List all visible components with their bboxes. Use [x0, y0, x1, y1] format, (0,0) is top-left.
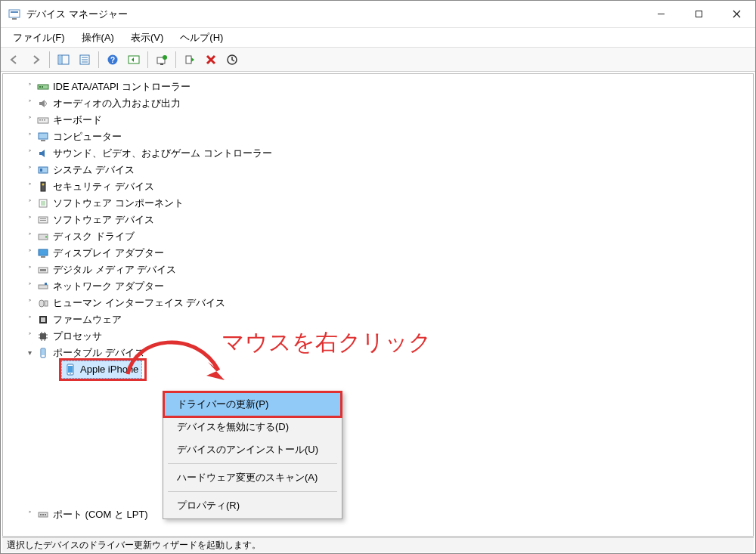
show-hide-console-tree-button[interactable]: [54, 51, 73, 69]
chevron-icon[interactable]: ˃: [24, 295, 35, 311]
context-menu-item[interactable]: ドライバーの更新(P): [165, 393, 340, 416]
tree-item-label: ファームウェア: [53, 311, 122, 328]
chevron-icon[interactable]: ˃: [24, 162, 35, 178]
svg-rect-43: [41, 256, 45, 258]
menu-help[interactable]: ヘルプ(H): [174, 29, 229, 46]
tree-item[interactable]: ˃ネットワーク アダプター: [24, 278, 753, 295]
chevron-icon[interactable]: ˃: [24, 506, 35, 523]
svg-rect-28: [44, 119, 45, 121]
chevron-icon[interactable]: ˃: [24, 245, 35, 262]
tree-item[interactable]: ˃ヒューマン インターフェイス デバイス: [24, 295, 753, 311]
tree-item[interactable]: ˃サウンド、ビデオ、およびゲーム コントローラー: [24, 145, 753, 162]
keyboard-icon: [36, 114, 50, 126]
tree-item[interactable]: ˃セキュリティ デバイス: [24, 178, 753, 195]
svg-rect-20: [186, 56, 191, 63]
menu-file[interactable]: ファイル(F): [7, 29, 71, 46]
tree-item[interactable]: ˃ポート (COM と LPT): [24, 506, 753, 523]
svg-rect-24: [42, 86, 43, 88]
chevron-icon[interactable]: ˃: [24, 262, 35, 278]
tree-item-label: システム デバイス: [53, 162, 135, 178]
tree-item-label: ソフトウェア コンポーネント: [53, 195, 184, 212]
svg-rect-23: [39, 86, 41, 88]
context-menu-item[interactable]: デバイスを無効にする(D): [165, 416, 340, 438]
tree-item[interactable]: ˃ソフトウェア デバイス: [24, 212, 753, 228]
chevron-icon[interactable]: ˃: [24, 95, 35, 112]
chevron-icon[interactable]: ˃: [24, 278, 35, 295]
forward-button[interactable]: [26, 51, 45, 69]
device-tree[interactable]: ˃IDE ATA/ATAPI コントローラー˃オーディオの入力および出力˃キーボ…: [3, 74, 753, 536]
context-menu-item[interactable]: ハードウェア変更のスキャン(A): [165, 466, 340, 489]
tree-item-label: セキュリティ デバイス: [53, 178, 154, 195]
svg-point-65: [70, 373, 71, 375]
tree-item[interactable]: Apple iPhone: [47, 361, 753, 378]
tree-item-label: デジタル メディア デバイス: [53, 262, 176, 278]
tree-item[interactable]: ˃デジタル メディア デバイス: [24, 262, 753, 278]
properties-toolbar-button[interactable]: [76, 51, 94, 69]
menu-action[interactable]: 操作(A): [76, 29, 120, 46]
chevron-icon[interactable]: ˃: [24, 145, 35, 162]
chevron-icon[interactable]: ˃: [24, 128, 35, 145]
tree-item[interactable]: ˃IDE ATA/ATAPI コントローラー: [24, 79, 753, 95]
scan-hardware-toolbar-button[interactable]: [223, 51, 241, 69]
software-device-icon: [36, 214, 50, 226]
svg-point-67: [40, 514, 42, 515]
tree-item[interactable]: ˃ファームウェア: [24, 311, 753, 328]
svg-rect-31: [39, 167, 48, 173]
minimize-button[interactable]: [642, 1, 680, 27]
chevron-icon[interactable]: ˃: [24, 178, 35, 195]
tree-item-label: ヒューマン インターフェイス デバイス: [53, 295, 225, 311]
tree-item-label: ディスプレイ アダプター: [53, 245, 164, 262]
tree-item[interactable]: ˃システム デバイス: [24, 162, 753, 178]
enable-device-toolbar-button[interactable]: [181, 51, 199, 69]
svg-rect-1: [11, 11, 18, 13]
chevron-icon[interactable]: ˃: [24, 212, 35, 228]
uninstall-device-toolbar-button[interactable]: [202, 51, 220, 69]
window-controls: [642, 1, 755, 27]
context-menu-item[interactable]: プロパティ(R): [165, 494, 340, 517]
svg-rect-46: [39, 285, 48, 289]
chevron-icon[interactable]: ˃: [24, 195, 35, 212]
chevron-icon[interactable]: ˃: [24, 328, 35, 345]
chevron-icon[interactable]: ˃: [24, 228, 35, 245]
svg-rect-38: [40, 218, 46, 219]
back-button[interactable]: [5, 51, 23, 69]
toolbar-separator: [49, 51, 50, 68]
help-toolbar-button[interactable]: ?: [104, 51, 122, 69]
svg-point-34: [42, 184, 45, 186]
sound-icon: [36, 147, 50, 159]
svg-point-68: [42, 514, 44, 515]
phone-icon: [64, 364, 77, 376]
processor-icon: [36, 330, 50, 342]
action-toolbar-button[interactable]: [125, 51, 143, 69]
menu-view[interactable]: 表示(V): [125, 29, 169, 46]
software-component-icon: [36, 197, 50, 209]
svg-rect-62: [42, 349, 45, 355]
tree-item[interactable]: ˃コンピューター: [24, 128, 753, 145]
toolbar-separator: [98, 51, 99, 68]
tree-item[interactable]: ˃ソフトウェア コンポーネント: [24, 195, 753, 212]
update-driver-toolbar-button[interactable]: [153, 51, 171, 69]
context-menu-item[interactable]: デバイスのアンインストール(U): [165, 438, 340, 461]
svg-rect-47: [45, 283, 47, 285]
chevron-icon[interactable]: ˃: [24, 79, 35, 95]
context-menu-separator: [168, 463, 337, 464]
maximize-button[interactable]: [680, 1, 717, 27]
chevron-icon[interactable]: ˃: [24, 112, 35, 128]
tree-item[interactable]: ˃ディスク ドライブ: [24, 228, 753, 245]
chevron-icon[interactable]: ▾: [24, 345, 35, 361]
svg-rect-26: [39, 119, 41, 121]
svg-rect-64: [68, 366, 73, 373]
svg-rect-27: [42, 119, 43, 121]
svg-rect-49: [45, 301, 48, 306]
annotation-text: マウスを右クリック: [222, 327, 432, 358]
tree-item[interactable]: ˃キーボード: [24, 112, 753, 128]
tree-item[interactable]: ˃ディスプレイ アダプター: [24, 245, 753, 262]
svg-rect-0: [9, 10, 20, 17]
close-button[interactable]: [717, 1, 755, 27]
tree-item-label: コンピューター: [53, 128, 122, 145]
toolbar-separator: [175, 51, 176, 68]
tree-item[interactable]: ˃オーディオの入力および出力: [24, 95, 753, 112]
chevron-icon[interactable]: ˃: [24, 311, 35, 328]
status-bar: 選択したデバイスのドライバー更新ウィザードを起動します。: [2, 537, 754, 552]
svg-rect-52: [40, 333, 46, 339]
